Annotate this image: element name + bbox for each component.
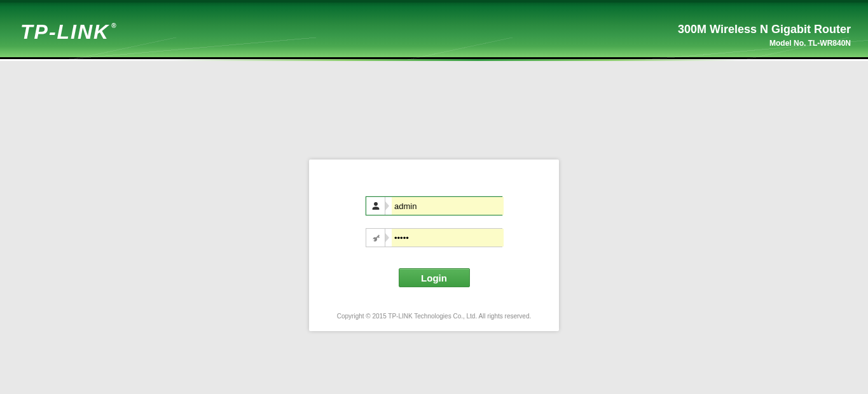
username-input[interactable] — [392, 197, 504, 215]
password-input[interactable] — [392, 229, 504, 247]
main-content: Login Copyright © 2015 TP-LINK Technolog… — [0, 61, 868, 394]
password-field-row — [366, 228, 502, 247]
user-icon — [366, 197, 385, 215]
key-icon — [366, 229, 385, 247]
chevron-right-icon — [385, 229, 392, 247]
header-banner: TP-LINK ® 300M Wireless N Gigabit Router… — [0, 0, 868, 57]
login-panel: Login Copyright © 2015 TP-LINK Technolog… — [309, 160, 559, 331]
login-button[interactable]: Login — [399, 268, 470, 287]
chevron-right-icon — [385, 197, 392, 215]
copyright-text: Copyright © 2015 TP-LINK Technologies Co… — [309, 313, 559, 320]
brand-logo: TP-LINK ® — [20, 20, 116, 44]
username-field-row — [366, 196, 502, 215]
product-info: 300M Wireless N Gigabit Router Model No.… — [678, 23, 851, 48]
model-number-text: Model No. TL-WR840N — [678, 39, 851, 48]
product-name-text: 300M Wireless N Gigabit Router — [678, 23, 851, 36]
brand-name-text: TP-LINK — [20, 20, 109, 44]
registered-mark: ® — [111, 22, 116, 29]
